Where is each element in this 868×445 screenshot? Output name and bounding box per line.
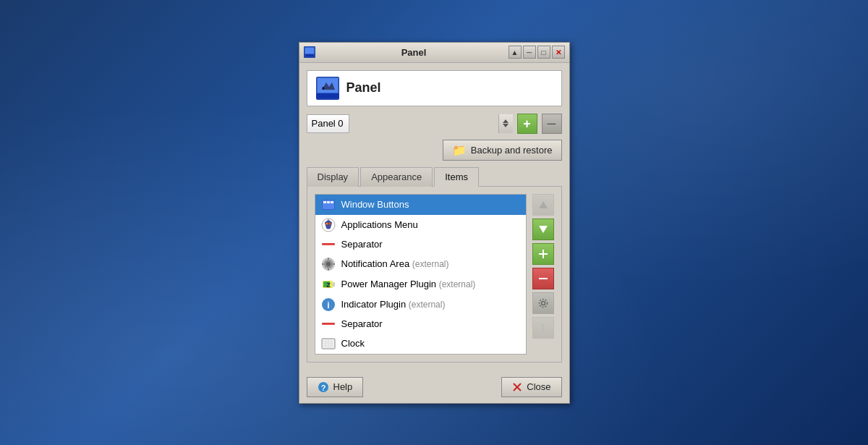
- svg-rect-21: [328, 268, 329, 271]
- applications-menu-icon: [321, 218, 336, 232]
- titlebar: Panel ▲ ─ □ ✕: [299, 43, 569, 63]
- help-label: Help: [333, 381, 353, 392]
- move-down-button[interactable]: [532, 219, 554, 240]
- svg-rect-23: [333, 263, 335, 265]
- close-label: Close: [527, 381, 550, 392]
- window-controls: ▲ ─ □ ✕: [509, 46, 565, 59]
- separator-2-icon: [321, 320, 336, 329]
- list-item[interactable]: Notification Area (external): [315, 254, 526, 274]
- add-item-button[interactable]: [532, 243, 554, 265]
- tab-items[interactable]: Items: [434, 167, 479, 187]
- separator-icon: [321, 240, 336, 249]
- svg-rect-13: [331, 201, 333, 203]
- panel-select-wrapper: Panel 0 Panel 1: [307, 114, 513, 133]
- notification-area-label: Notification Area (external): [341, 258, 449, 269]
- list-item[interactable]: Applications Menu: [315, 215, 526, 235]
- svg-marker-44: [541, 323, 545, 326]
- svg-point-16: [328, 222, 331, 224]
- svg-text:?: ?: [320, 383, 326, 392]
- svg-point-8: [322, 87, 325, 90]
- list-item[interactable]: Separator: [315, 315, 526, 334]
- notification-area-icon: [321, 257, 336, 271]
- svg-rect-2: [305, 48, 314, 54]
- close-icon: [512, 382, 522, 392]
- maximize-button[interactable]: □: [537, 46, 550, 59]
- clock-label: Clock: [341, 338, 365, 349]
- applications-menu-label: Applications Menu: [341, 219, 418, 230]
- clock-icon: [321, 336, 336, 351]
- bottom-buttons-row: ? Help Close: [299, 370, 569, 403]
- svg-point-43: [539, 299, 547, 307]
- indicator-plugin-label: Indicator Plugin (external): [341, 299, 446, 310]
- window-buttons-label: Window Buttons: [341, 199, 409, 210]
- backup-row: 📁 Backup and restore: [307, 140, 562, 161]
- list-item[interactable]: i Indicator Plugin (external): [315, 294, 526, 315]
- window-up-button[interactable]: ▲: [509, 46, 522, 59]
- panel-selector-row: Panel 0 Panel 1 + ─: [307, 114, 562, 134]
- window-buttons-icon: [321, 198, 336, 212]
- svg-rect-22: [322, 263, 324, 265]
- svg-marker-45: [541, 329, 545, 332]
- help-icon: ?: [318, 381, 329, 393]
- svg-point-42: [541, 301, 545, 305]
- minimize-button[interactable]: ─: [523, 46, 536, 59]
- power-manager-icon: Z: [321, 277, 336, 292]
- move-up-button[interactable]: [532, 194, 554, 216]
- tab-appearance[interactable]: Appearance: [360, 167, 433, 187]
- items-list[interactable]: Window Buttons Applications Menu: [315, 194, 527, 355]
- svg-rect-20: [328, 258, 329, 260]
- svg-rect-11: [323, 201, 326, 203]
- svg-rect-12: [327, 201, 330, 203]
- list-item[interactable]: Separator: [315, 235, 526, 254]
- backup-restore-label: Backup and restore: [471, 145, 553, 156]
- separator-1-label: Separator: [341, 239, 383, 250]
- remove-panel-button[interactable]: ─: [542, 114, 562, 134]
- svg-rect-25: [333, 282, 335, 287]
- items-tab-content: Window Buttons Applications Menu: [307, 187, 562, 363]
- move-item-button[interactable]: [532, 317, 554, 339]
- svg-text:Z: Z: [326, 281, 331, 289]
- remove-item-button[interactable]: [532, 268, 554, 289]
- svg-point-15: [326, 222, 328, 224]
- close-window-button[interactable]: ✕: [552, 46, 565, 59]
- app-title: Panel: [346, 80, 381, 96]
- list-item[interactable]: Clock: [315, 334, 526, 354]
- select-arrow-icon: [498, 114, 513, 133]
- panel-window: Panel ▲ ─ □ ✕ Panel Panel: [299, 42, 570, 404]
- svg-marker-37: [539, 201, 548, 208]
- svg-text:i: i: [327, 300, 329, 310]
- backup-restore-button[interactable]: 📁 Backup and restore: [443, 140, 562, 161]
- svg-rect-41: [539, 278, 548, 279]
- tab-display[interactable]: Display: [307, 167, 359, 187]
- backup-icon: 📁: [452, 143, 467, 157]
- svg-rect-40: [539, 253, 548, 255]
- configure-item-button[interactable]: [532, 292, 554, 314]
- panel-select[interactable]: Panel 0 Panel 1: [307, 114, 349, 133]
- indicator-plugin-icon: i: [321, 297, 336, 312]
- window-title: Panel: [320, 47, 509, 58]
- svg-point-19: [326, 262, 331, 266]
- app-icon: [316, 77, 339, 100]
- app-header: Panel: [307, 70, 562, 106]
- separator-2-label: Separator: [341, 318, 383, 329]
- titlebar-app-icon: [304, 46, 315, 58]
- items-side-buttons: [532, 194, 554, 355]
- close-button[interactable]: Close: [501, 377, 561, 397]
- list-item[interactable]: Z Power Manager Plugin (external): [315, 274, 526, 294]
- svg-rect-7: [316, 93, 339, 98]
- power-manager-label: Power Manager Plugin (external): [341, 279, 476, 289]
- window-content: Panel Panel 0 Panel 1 + ─ 📁 Backup and r: [299, 63, 569, 370]
- svg-rect-3: [306, 54, 313, 56]
- help-button[interactable]: ? Help: [307, 377, 364, 397]
- add-panel-button[interactable]: +: [517, 114, 537, 134]
- list-item[interactable]: Window Buttons: [315, 195, 526, 215]
- svg-marker-38: [539, 226, 548, 233]
- tabs-bar: Display Appearance Items: [307, 166, 562, 187]
